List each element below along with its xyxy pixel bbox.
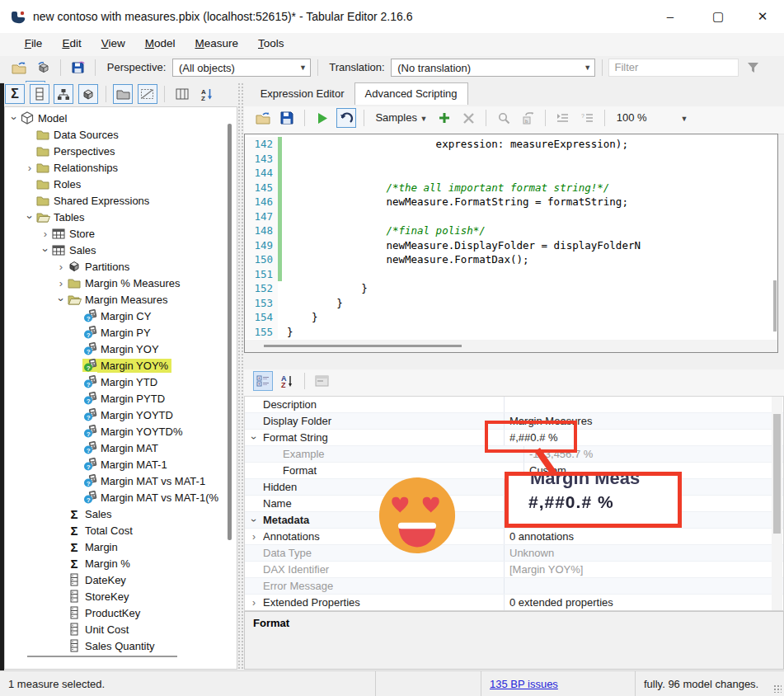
tab-expression-editor[interactable]: Expression Editor [251,83,354,105]
toggle-measures-icon[interactable]: Σ [5,84,25,104]
toggle-hierarchies-icon[interactable] [54,84,73,104]
property-value[interactable] [504,512,783,528]
property-value[interactable]: Custom [523,463,783,478]
status-bp-issues-link[interactable]: 135 BP issues [481,671,636,696]
maximize-button[interactable]: ▢ [702,5,735,28]
expand-icon[interactable]: › [245,532,263,542]
add-sample-icon[interactable] [434,108,454,128]
tree-item-margin-cy[interactable]: ? Margin CY [5,308,237,324]
code-line-151[interactable]: 151 [245,267,777,282]
properties-scrollbar-thumb[interactable] [773,414,781,534]
sort-alphabetical-icon[interactable]: AZ [197,84,217,104]
tree-item-margin-mat-vs-mat-1[interactable]: ? Margin MAT vs MAT-1(% [5,489,237,506]
tree-item-partitions[interactable]: › Partitions [5,258,237,275]
save-to-folder-icon[interactable] [68,58,88,78]
editor-zoom-select[interactable]: 100 % [617,111,674,124]
tree-horizontal-scrollbar[interactable] [27,656,177,657]
code-editor[interactable]: 142 expression: measureExpression); 143 … [244,134,778,353]
tree-item-sales[interactable]: › Sales [5,242,237,258]
collapse-icon[interactable]: › [249,429,259,447]
expand-icon[interactable]: › [245,598,263,608]
code-line-152[interactable]: 152 } [245,281,777,296]
property-value[interactable] [504,578,783,594]
replace-icon[interactable]: b [519,108,538,128]
delete-sample-icon[interactable] [459,108,479,128]
expand-icon[interactable]: › [55,278,67,289]
code-line-146[interactable]: 146 newMeasure.FormatString = formatStri… [245,195,777,209]
property-row-format[interactable]: Format Custom [245,463,783,479]
property-value[interactable] [504,496,783,511]
tree-item-data-sources[interactable]: Data Sources [5,126,237,143]
outdent-icon[interactable]: ? [578,108,598,128]
code-line-153[interactable]: 153 } [245,296,777,311]
tree-item-margin-measures[interactable]: › Margin Measures [5,291,237,308]
code-line-144[interactable]: 144 [245,166,777,181]
tree-item-sales[interactable]: Σ Sales [5,506,237,522]
collapse-icon[interactable]: › [249,511,259,529]
property-row-hidden[interactable]: Hidden [245,479,783,496]
property-value[interactable]: [Margin YOY%] [504,562,783,577]
collapse-icon[interactable]: › [25,211,35,223]
property-row-description[interactable]: Description [245,397,783,413]
tree-vertical-scrollbar[interactable] [228,124,232,540]
property-value[interactable]: Margin Measures [504,413,783,429]
column-layout-icon[interactable] [172,84,192,104]
tree-item-perspectives[interactable]: Perspectives [5,143,237,159]
tree-item-margin-measures[interactable]: › Margin % Measures [5,275,237,291]
code-line-147[interactable]: 147 [245,209,777,224]
minimize-button[interactable]: – [654,5,687,28]
tree-item-margin-mat-1[interactable]: ? Margin MAT-1 [5,456,237,473]
tree-item-tables[interactable]: › Tables [5,209,237,225]
samples-menu[interactable]: Samples ▼ [375,111,427,124]
open-file-icon[interactable] [9,58,29,78]
code-line-142[interactable]: 142 expression: measureExpression); [245,137,777,152]
tree-item-total-cost[interactable]: Σ Total Cost [5,522,237,538]
tree-item-relationships[interactable]: › Relationships [5,159,237,176]
close-button[interactable]: ✕ [746,5,779,28]
open-script-icon[interactable] [253,108,273,128]
editor-vscroll-thumb[interactable] [773,280,777,332]
property-row-metadata[interactable]: › Metadata [245,512,783,529]
categorized-view-icon[interactable]: ++ [253,371,273,391]
perspective-select[interactable]: (All objects)▼ [172,59,311,77]
tree-item-margin-mat[interactable]: ? Margin MAT [5,440,237,456]
property-row-format-string[interactable]: › Format String #,##0.# % [245,430,783,446]
property-value[interactable]: Unknown [504,545,783,561]
tree-item-margin[interactable]: Σ Margin [5,538,237,555]
collapse-icon[interactable]: › [56,294,67,305]
code-line-148[interactable]: 148 /*final polish*/ [245,223,777,238]
property-row-annotations[interactable]: › Annotations 0 annotations [245,529,783,545]
tree-item-shared-expressions[interactable]: Shared Expressions [5,192,237,209]
translation-select[interactable]: (No translation)▼ [391,59,595,77]
property-value[interactable]: #,##0.# % [504,430,783,445]
property-row-data-type[interactable]: Data Type Unknown [245,545,783,562]
property-pages-icon[interactable] [312,371,332,391]
tree-item-margin-yoytd[interactable]: ? Margin YOYTD [5,407,237,423]
menu-item-measure[interactable]: Measure [185,33,248,54]
tree-item-margin-ytd[interactable]: ? Margin YTD [5,374,237,390]
code-line-150[interactable]: 150 newMeasure.FormatDax(); [245,252,777,267]
property-row-dax-identifier[interactable]: DAX Identifier [Margin YOY%] [245,562,783,578]
menu-item-file[interactable]: File [15,33,53,54]
toggle-display-folders-icon[interactable] [113,84,133,104]
code-line-143[interactable]: 143 [245,152,777,167]
tree-item-margin-yoy[interactable]: ? Margin YOY% [5,357,237,374]
property-value[interactable] [504,479,783,495]
expand-icon[interactable]: › [40,228,51,239]
property-row-error-message[interactable]: Error Message [245,578,783,595]
property-row-name[interactable]: Name [245,496,783,512]
tree-item-unit-cost[interactable]: Unit Cost [5,621,237,637]
indent-icon[interactable] [553,108,573,128]
open-from-database-icon[interactable] [33,58,53,78]
tab-advanced-scripting[interactable]: Advanced Scripting [354,82,468,105]
alphabetical-view-icon[interactable]: AZ [277,371,297,391]
resize-grip[interactable] [773,684,782,693]
collapse-icon[interactable]: › [40,244,51,256]
tree-item-sales-quantity[interactable]: Sales Quantity [5,637,237,654]
toggle-columns-icon[interactable] [30,84,49,104]
tree-item-productkey[interactable]: ProductKey [5,604,237,621]
run-script-icon[interactable] [312,108,332,128]
menu-item-tools[interactable]: Tools [248,33,294,54]
menu-item-edit[interactable]: Edit [52,33,91,54]
code-line-145[interactable]: 145 /*the all important format string!*/ [245,181,777,195]
